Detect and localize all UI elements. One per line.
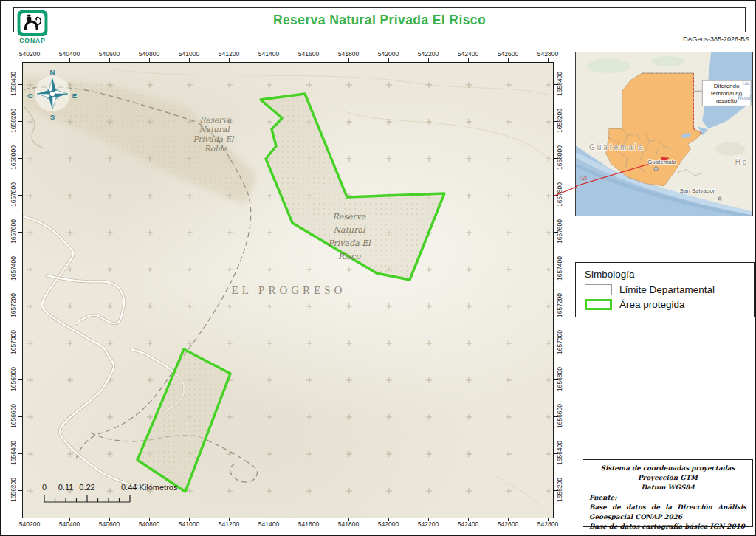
tick-mark [428,518,429,521]
y-coordinate-label: 1658400 [10,67,18,101]
x-coordinate-label: 542800 [530,520,566,529]
x-coordinate-label: 542400 [450,520,486,529]
header-bar: Reserva Natural Privada El Risco [13,7,746,32]
x-coordinate-label: 542400 [450,50,486,58]
tick-mark [109,58,110,62]
capital-city-dot [654,167,658,171]
svg-text:Reserva: Reserva [200,115,233,124]
tick-mark [554,121,558,122]
compass-south-label: S [50,113,55,121]
tick-mark [554,84,558,85]
source-line: Base de datos de la Dirección Análisis G… [589,503,746,522]
legend-item-departmental-limit: Límite Departamental [585,284,745,295]
y-coordinate-label: 1657400 [10,252,18,286]
tick-mark [468,58,469,62]
compass-east-label: E [72,92,77,100]
y-coordinate-label: 1657000 [10,326,18,360]
san-salvador-label: San Salvador [679,188,715,194]
contour-line [111,69,551,95]
x-coordinate-label: 541800 [331,520,366,529]
x-coordinate-label: 540200 [12,520,47,529]
tick-mark [554,306,558,306]
tick-mark [18,453,22,454]
tick-mark [554,416,558,417]
x-coordinate-label: 542600 [490,50,526,58]
tick-mark [428,58,429,62]
sea-label-fragment: Gu [742,80,749,86]
tick-mark [69,58,70,62]
tick-mark [18,195,22,196]
x-coordinate-label: 541200 [211,520,247,529]
capital-label: Guatemala [647,159,677,165]
x-coordinate-label: 541600 [291,50,326,58]
x-coordinate-label: 541600 [291,520,326,529]
map-canvas: N E S O Reserva Natural Privada El Roble… [23,63,552,517]
sea-label-fragment: Hond [737,95,752,101]
svg-text:Natural: Natural [333,225,366,235]
tick-mark [269,58,269,62]
road-number-label: 721 [579,175,588,182]
country-label: Guatemala [589,143,645,151]
tick-mark [554,343,558,343]
tick-mark [18,232,22,233]
y-coordinate-label: 1658000 [10,141,18,175]
tick-mark [554,158,558,159]
tick-mark [149,58,150,62]
tick-mark [508,518,509,521]
source-line: Base de datos cartografía básica IGN 201… [589,522,746,532]
hills-patch [715,142,745,156]
svg-text:Roble: Roble [205,144,227,153]
main-map: N E S O Reserva Natural Privada El Roble… [22,62,554,518]
map-sheet: Reserva Natural Privada El Risco CONAP D… [0,0,756,536]
tick-mark [149,518,150,521]
tick-mark [69,518,70,521]
crs-line: Sistema de coordenadas proyectadas [589,464,746,473]
compass-west-label: O [27,92,32,100]
tick-mark [18,158,22,159]
x-coordinate-label: 540800 [131,50,167,58]
x-coordinate-label: 542600 [490,520,526,529]
tick-mark [229,58,230,62]
y-coordinate-label: 1658200 [10,104,18,138]
x-coordinate-label: 542000 [371,50,406,58]
tick-mark [189,58,190,62]
svg-text:Natural: Natural [199,125,230,134]
tick-mark [554,195,558,196]
inset-locator-map: Diferendo territorial no resuelto Guatem… [575,52,753,216]
x-coordinate-label: 542200 [410,520,446,529]
page-title: Reserva Natural Privada El Risco [273,13,486,28]
source-label: Fuente: [589,493,746,503]
x-coordinate-label: 542000 [371,520,406,529]
road [23,216,150,489]
x-coordinate-label: 542800 [530,50,566,58]
honduras-label-fragment: Ho [735,158,749,166]
tick-mark [189,518,190,521]
legend-title: Simbología [585,269,745,280]
tick-mark [554,269,558,269]
forest-patch [652,56,684,66]
conap-logo-text: CONAP [19,37,46,44]
tick-mark [309,58,309,62]
tick-mark [468,518,469,521]
y-coordinate-label: 1656800 [10,363,18,396]
tick-mark [30,518,30,521]
x-coordinate-label: 540600 [92,50,127,58]
tick-mark [554,232,558,233]
tick-mark [18,490,22,491]
compass-north-label: N [50,68,55,76]
conap-logo: CONAP [16,10,49,44]
tick-mark [30,58,30,62]
tick-mark [554,379,558,380]
tick-mark [229,518,230,521]
tick-mark [18,379,22,380]
y-coordinate-label: 1656400 [10,436,18,470]
x-coordinate-label: 540600 [92,520,127,529]
y-coordinate-label: 1657200 [10,289,18,323]
x-coordinate-label: 540200 [12,50,47,58]
tick-mark [554,453,558,454]
x-coordinate-label: 540400 [52,50,87,58]
svg-text:Reserva: Reserva [333,212,366,221]
contour-line [340,110,551,160]
tick-mark [548,518,549,521]
legend-item-protected-area: Área protegida [585,299,745,310]
